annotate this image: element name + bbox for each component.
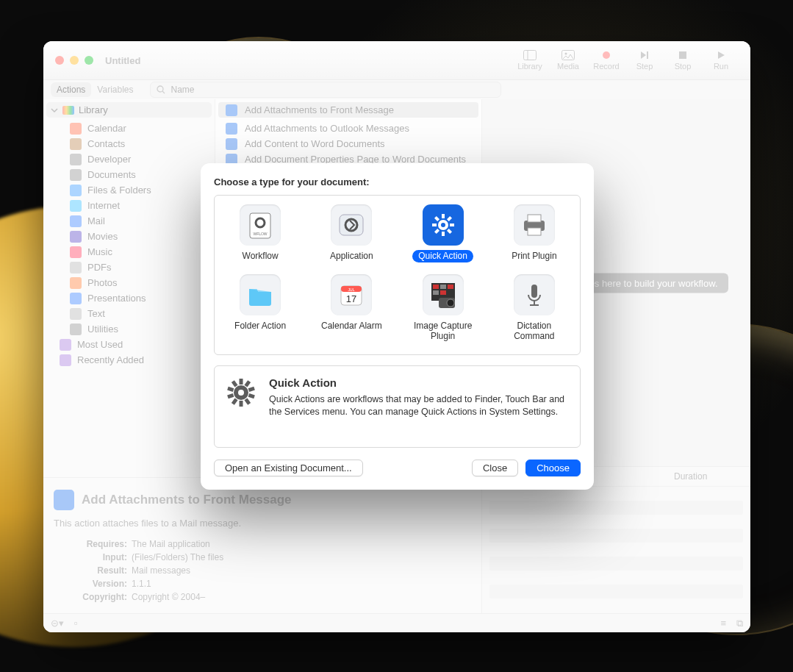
smart-folder-icon bbox=[60, 339, 71, 351]
template-tile[interactable]: Application bbox=[306, 201, 397, 271]
template-label: Print Plugin bbox=[506, 250, 562, 262]
template-tile[interactable]: Image Capture Plugin bbox=[398, 271, 489, 351]
svg-rect-33 bbox=[440, 285, 446, 289]
template-icon bbox=[423, 274, 464, 315]
library-search[interactable] bbox=[150, 82, 501, 98]
svg-text:JUL: JUL bbox=[348, 287, 355, 292]
svg-point-3 bbox=[565, 53, 567, 55]
toolbar-stop[interactable]: Stop bbox=[665, 50, 700, 71]
svg-rect-5 bbox=[647, 51, 648, 59]
search-icon bbox=[157, 85, 165, 94]
step-icon bbox=[638, 50, 651, 60]
toolbar-run[interactable]: Run bbox=[703, 50, 739, 71]
template-info-panel: Quick Action Quick Actions are workflows… bbox=[214, 365, 581, 448]
svg-rect-47 bbox=[244, 398, 251, 404]
template-label: Image Capture Plugin bbox=[401, 320, 486, 343]
toolbar-record[interactable]: Record bbox=[589, 50, 624, 71]
sidebar-category[interactable]: Text bbox=[43, 306, 215, 321]
template-tile[interactable]: Quick Action bbox=[398, 201, 489, 271]
options-menu-icon[interactable]: ⊝▾ bbox=[51, 618, 64, 629]
template-label: Application bbox=[324, 250, 379, 262]
svg-rect-20 bbox=[434, 229, 439, 234]
sidebar-icon bbox=[523, 50, 537, 60]
action-row[interactable]: Add Attachments to Outlook Messages bbox=[215, 121, 481, 136]
sidebar-recently-added[interactable]: Recently Added bbox=[43, 352, 215, 368]
template-tile[interactable]: Folder Action bbox=[215, 271, 306, 351]
toolbar-media[interactable]: Media bbox=[550, 50, 586, 71]
smart-folder-icon bbox=[60, 354, 71, 366]
template-tile[interactable]: JUL17Calendar Alarm bbox=[306, 271, 397, 351]
stop-icon bbox=[676, 50, 689, 60]
photos-icon bbox=[561, 50, 575, 60]
tab-actions[interactable]: Actions bbox=[51, 82, 91, 97]
description-summary: This action attaches files to a Mail mes… bbox=[54, 518, 471, 529]
panel-toggle-icon[interactable]: ▫ bbox=[74, 618, 78, 629]
sidebar-category[interactable]: Movies bbox=[43, 229, 215, 244]
sidebar-category[interactable]: Calendar bbox=[43, 121, 215, 136]
view-list-icon[interactable]: ≡ bbox=[720, 618, 726, 629]
library-subbar: Actions Variables bbox=[43, 80, 750, 100]
minimize-window-button[interactable] bbox=[70, 56, 79, 65]
sidebar-category[interactable]: Files & Folders bbox=[43, 182, 215, 198]
open-existing-button[interactable]: Open an Existing Document... bbox=[214, 460, 363, 476]
svg-point-38 bbox=[447, 299, 454, 307]
sidebar-category[interactable]: PDFs bbox=[43, 260, 215, 275]
sidebar-category[interactable]: Contacts bbox=[43, 136, 215, 151]
template-icon: WFLOW bbox=[240, 204, 281, 246]
svg-rect-35 bbox=[433, 290, 439, 295]
actions-variables-tabs[interactable]: Actions Variables bbox=[51, 82, 140, 97]
sidebar-category[interactable]: Photos bbox=[43, 275, 215, 290]
template-tile[interactable]: Dictation Command bbox=[489, 271, 580, 351]
category-icon bbox=[70, 231, 82, 243]
search-input[interactable] bbox=[170, 84, 495, 96]
choose-button[interactable]: Choose bbox=[525, 460, 581, 476]
tab-variables[interactable]: Variables bbox=[91, 82, 139, 97]
action-icon bbox=[226, 123, 237, 135]
close-button[interactable]: Close bbox=[472, 460, 518, 476]
sidebar-most-used[interactable]: Most Used bbox=[43, 337, 215, 352]
chevron-down-icon bbox=[51, 107, 58, 114]
toolbar-library[interactable]: Library bbox=[512, 50, 548, 71]
view-flow-icon[interactable]: ⧉ bbox=[736, 618, 743, 629]
template-label: Workflow bbox=[237, 250, 284, 262]
svg-rect-21 bbox=[434, 216, 439, 221]
toolbar: Library Media Record Step Stop Run bbox=[512, 50, 739, 71]
template-icon: JUL17 bbox=[331, 274, 372, 315]
template-label: Folder Action bbox=[229, 320, 292, 332]
svg-rect-32 bbox=[433, 285, 439, 289]
category-icon bbox=[70, 277, 82, 289]
statusbar: ⊝▾ ▫ ≡ ⧉ bbox=[43, 613, 750, 632]
toolbar-step[interactable]: Step bbox=[627, 50, 662, 71]
svg-rect-43 bbox=[227, 387, 234, 392]
mail-action-icon bbox=[54, 490, 74, 510]
titlebar: Untitled Library Media Record Step Stop bbox=[43, 41, 750, 80]
new-document-dialog: Choose a type for your document: WFLOWWo… bbox=[201, 163, 594, 490]
svg-rect-45 bbox=[232, 398, 238, 404]
action-row[interactable]: Add Content to Word Documents bbox=[215, 136, 481, 151]
library-root[interactable]: Library bbox=[46, 102, 212, 118]
sidebar-category[interactable]: Documents bbox=[43, 167, 215, 182]
svg-point-53 bbox=[238, 390, 244, 396]
template-icon bbox=[514, 274, 555, 315]
sidebar-category[interactable]: Mail bbox=[43, 213, 215, 229]
template-tile[interactable]: WFLOWWorkflow bbox=[215, 201, 306, 271]
template-label: Calendar Alarm bbox=[315, 320, 388, 332]
svg-point-7 bbox=[157, 86, 163, 92]
sidebar-category[interactable]: Music bbox=[43, 244, 215, 260]
svg-rect-50 bbox=[244, 380, 251, 387]
action-row[interactable]: Add Attachments to Front Message bbox=[218, 102, 478, 118]
sidebar-category[interactable]: Presentations bbox=[43, 290, 215, 306]
sidebar-category[interactable]: Internet bbox=[43, 198, 215, 213]
svg-rect-51 bbox=[240, 379, 243, 385]
svg-rect-12 bbox=[340, 215, 363, 235]
template-tile[interactable]: Print Plugin bbox=[489, 201, 580, 271]
dialog-heading: Choose a type for your document: bbox=[214, 176, 581, 187]
svg-rect-49 bbox=[248, 387, 255, 392]
category-icon bbox=[70, 200, 82, 212]
svg-rect-34 bbox=[448, 285, 453, 289]
zoom-window-button[interactable] bbox=[85, 56, 93, 65]
sidebar-category[interactable]: Utilities bbox=[43, 321, 215, 337]
window-title: Untitled bbox=[105, 55, 140, 66]
sidebar-category[interactable]: Developer bbox=[43, 151, 215, 167]
close-window-button[interactable] bbox=[55, 56, 64, 65]
